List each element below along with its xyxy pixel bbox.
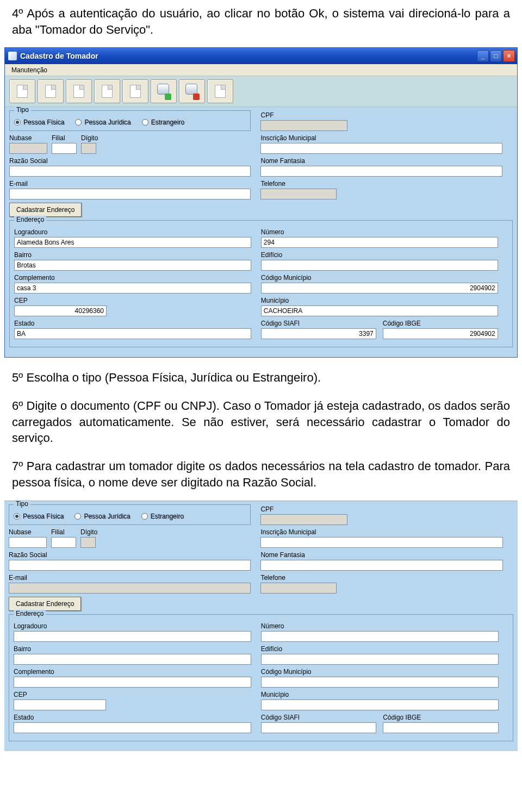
logradouro-input[interactable] — [14, 237, 251, 248]
cod-siafi-input-2[interactable] — [261, 722, 376, 733]
toolbar-new-icon[interactable] — [9, 79, 35, 103]
doc-paragraph-4: 7º Para cadastrar um tomador digite os d… — [0, 453, 522, 497]
radio-pj-label: Pessoa Jurídica — [84, 118, 130, 126]
edificio-input-2[interactable] — [261, 654, 499, 665]
digito-input[interactable] — [81, 143, 96, 154]
estado-label-2: Estado — [14, 714, 251, 721]
minimize-button[interactable]: _ — [477, 50, 489, 62]
radio-estr-label-2: Estrangeiro — [151, 513, 184, 520]
toolbar-db-add-icon[interactable] — [151, 79, 177, 103]
digito-label: Dígito — [81, 134, 98, 142]
close-button[interactable]: × — [503, 50, 515, 62]
email-input-2[interactable] — [9, 583, 251, 594]
radio-pj-label-2: Pessoa Jurídica — [84, 513, 130, 520]
fantasia-input[interactable] — [260, 166, 502, 177]
inscricao-input-2[interactable] — [260, 537, 502, 548]
form-area: Tipo Pessoa Física Pessoa Jurídica Estra… — [5, 107, 517, 357]
filial-label-2: Filial — [51, 528, 76, 536]
estado-input[interactable] — [14, 328, 251, 339]
cod-municipio-input-2[interactable] — [261, 677, 499, 688]
fantasia-input-2[interactable] — [260, 560, 502, 571]
radio-pessoa-fisica-2[interactable]: Pessoa Física — [14, 513, 64, 520]
telefone-label-2: Telefone — [260, 574, 502, 582]
nubase-input-2[interactable] — [9, 537, 47, 548]
menubar: Manutenção — [5, 64, 517, 76]
cod-siafi-label-2: Código SIAFI — [261, 714, 376, 721]
cep-label: CEP — [14, 297, 251, 304]
cpf-input-2[interactable] — [260, 514, 347, 525]
estado-input-2[interactable] — [14, 722, 251, 733]
titlebar: Cadastro de Tomador _ □ × — [5, 48, 517, 64]
cod-municipio-input[interactable] — [261, 283, 498, 293]
toolbar-btn-2[interactable] — [38, 79, 64, 103]
fantasia-label-2: Nome Fantasia — [260, 551, 502, 559]
window-cadastro-tomador: Cadastro de Tomador _ □ × Manutenção Tip… — [4, 47, 518, 358]
cod-siafi-input[interactable] — [261, 328, 376, 339]
municipio-input-2[interactable] — [261, 699, 499, 710]
inscricao-input[interactable] — [260, 143, 502, 154]
cpf-input[interactable] — [260, 120, 347, 131]
radio-estrangeiro[interactable]: Estrangeiro — [142, 118, 184, 126]
filial-input[interactable] — [52, 143, 77, 154]
cadastrar-endereco-button-2[interactable]: Cadastrar Endereço — [9, 597, 81, 611]
toolbar — [5, 76, 517, 107]
edificio-label-2: Edifício — [261, 645, 499, 653]
inscricao-label-2: Inscrição Municipal — [260, 528, 502, 536]
cod-siafi-label: Código SIAFI — [261, 320, 376, 327]
complemento-label-2: Complemento — [14, 668, 251, 676]
logradouro-input-2[interactable] — [14, 631, 251, 642]
doc-paragraph-3: 6º Digite o documento (CPF ou CNPJ). Cas… — [0, 392, 522, 453]
toolbar-btn-3[interactable] — [66, 79, 92, 103]
filial-label: Filial — [52, 134, 77, 142]
radio-pessoa-fisica[interactable]: Pessoa Física — [14, 118, 64, 126]
digito-label-2: Dígito — [80, 528, 97, 536]
form-fragment-2: Tipo Pessoa Física Pessoa Jurídica Estra… — [4, 501, 518, 751]
radio-pessoa-juridica-2[interactable]: Pessoa Jurídica — [74, 513, 130, 520]
nubase-label-2: Nubase — [9, 528, 47, 536]
app-icon — [8, 52, 17, 60]
cep-input-2[interactable] — [14, 699, 106, 710]
tipo-group-title: Tipo — [14, 106, 31, 114]
cep-label-2: CEP — [14, 691, 251, 698]
municipio-input[interactable] — [261, 305, 498, 316]
maximize-button[interactable]: □ — [490, 50, 502, 62]
nubase-input[interactable] — [9, 143, 47, 154]
cod-ibge-input-2[interactable] — [383, 722, 498, 733]
endereco-group-title-2: Endereço — [14, 610, 46, 617]
tipo-group: Tipo Pessoa Física Pessoa Jurídica Estra… — [9, 110, 251, 131]
cpf-label-2: CPF — [260, 505, 502, 513]
edificio-input[interactable] — [261, 260, 498, 271]
complemento-input-2[interactable] — [14, 677, 251, 688]
filial-input-2[interactable] — [51, 537, 76, 548]
cod-ibge-input[interactable] — [383, 328, 498, 339]
digito-input-2[interactable] — [80, 537, 96, 548]
menu-manutencao[interactable]: Manutenção — [8, 65, 51, 75]
numero-input-2[interactable] — [261, 631, 499, 642]
cep-input[interactable] — [14, 305, 107, 316]
doc-paragraph-1: 4º Após a autenticação do usuário, ao cl… — [0, 0, 522, 44]
radio-estr-label: Estrangeiro — [151, 118, 184, 126]
cadastrar-endereco-button[interactable]: Cadastrar Endereço — [9, 203, 82, 217]
toolbar-db-delete-icon[interactable] — [179, 79, 205, 103]
radio-pessoa-juridica[interactable]: Pessoa Jurídica — [75, 118, 130, 126]
edificio-label: Edifício — [261, 251, 498, 259]
tipo-group-title-2: Tipo — [14, 500, 30, 508]
razao-input[interactable] — [9, 166, 251, 177]
numero-input[interactable] — [261, 237, 498, 248]
email-input[interactable] — [9, 189, 251, 199]
radio-pf-label-2: Pessoa Física — [23, 513, 64, 520]
toolbar-btn-8[interactable] — [207, 79, 233, 103]
endereco-group: Endereço Logradouro Número Bairro Edifíc… — [9, 220, 513, 347]
toolbar-btn-4[interactable] — [94, 79, 120, 103]
bairro-input[interactable] — [14, 260, 251, 271]
telefone-input-2[interactable] — [260, 583, 337, 594]
telefone-input[interactable] — [260, 189, 337, 199]
inscricao-label: Inscrição Municipal — [260, 134, 502, 142]
toolbar-btn-5[interactable] — [122, 79, 148, 103]
radio-pf-label: Pessoa Física — [23, 118, 64, 126]
radio-estrangeiro-2[interactable]: Estrangeiro — [141, 513, 184, 520]
razao-input-2[interactable] — [9, 560, 251, 571]
complemento-input[interactable] — [14, 283, 251, 293]
bairro-input-2[interactable] — [14, 654, 251, 665]
email-label-2: E-mail — [9, 574, 251, 582]
